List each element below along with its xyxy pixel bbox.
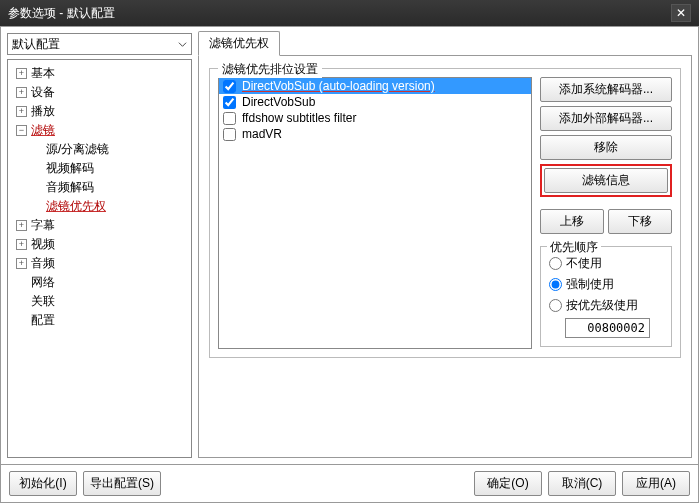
priority-groupbox: 优先顺序 不使用 强制使用: [540, 246, 672, 347]
expand-icon[interactable]: +: [16, 220, 27, 231]
filter-row[interactable]: ffdshow subtitles filter: [219, 110, 531, 126]
filter-label: ffdshow subtitles filter: [242, 111, 357, 125]
filter-label: madVR: [242, 127, 282, 141]
cancel-button[interactable]: 取消(C): [548, 471, 616, 496]
filter-list[interactable]: DirectVobSub (auto-loading version)Direc…: [218, 77, 532, 349]
tree-item-label: 配置: [31, 312, 55, 329]
tree-item[interactable]: 配置: [10, 311, 189, 330]
ok-button[interactable]: 确定(O): [474, 471, 542, 496]
tree-item-label: 音频: [31, 255, 55, 272]
tree-item-label: 源/分离滤镜: [46, 141, 109, 158]
filter-checkbox[interactable]: [223, 96, 236, 109]
filter-info-button[interactable]: 滤镜信息: [544, 168, 668, 193]
right-panel: 滤镜优先权 滤镜优先排位设置 DirectVobSub (auto-loadin…: [198, 33, 692, 458]
tree-item[interactable]: 音频解码: [10, 178, 189, 197]
move-up-button[interactable]: 上移: [540, 209, 604, 234]
tree-item-label: 字幕: [31, 217, 55, 234]
tabbar: 滤镜优先权: [198, 34, 692, 56]
radio-input[interactable]: [549, 257, 562, 270]
tree-item[interactable]: +基本: [10, 64, 189, 83]
close-icon[interactable]: ✕: [671, 4, 691, 22]
chevron-down-icon: [178, 40, 187, 49]
side-buttons: 添加系统解码器... 添加外部解码器... 移除 滤镜信息 上移 下移: [540, 77, 672, 349]
tab-filter-priority[interactable]: 滤镜优先权: [198, 31, 280, 56]
titlebar: 参数选项 - 默认配置 ✕: [0, 0, 699, 26]
tree-item-label: 视频解码: [46, 160, 94, 177]
tree-item[interactable]: +字幕: [10, 216, 189, 235]
tree-item-label: 音频解码: [46, 179, 94, 196]
tree-item[interactable]: +播放: [10, 102, 189, 121]
filter-checkbox[interactable]: [223, 80, 236, 93]
tree-item-label: 视频: [31, 236, 55, 253]
tree-item[interactable]: 视频解码: [10, 159, 189, 178]
move-down-button[interactable]: 下移: [608, 209, 672, 234]
add-system-decoder-button[interactable]: 添加系统解码器...: [540, 77, 672, 102]
expand-icon[interactable]: +: [16, 106, 27, 117]
filter-row[interactable]: DirectVobSub (auto-loading version): [219, 78, 531, 94]
tree-item[interactable]: −滤镜: [10, 121, 189, 140]
priority-level-radio[interactable]: 按优先级使用: [549, 295, 663, 316]
radio-input[interactable]: [549, 299, 562, 312]
priority-force-radio[interactable]: 强制使用: [549, 274, 663, 295]
filter-row[interactable]: DirectVobSub: [219, 94, 531, 110]
tree-item-label: 设备: [31, 84, 55, 101]
priority-value-input[interactable]: [565, 318, 650, 338]
tree-item[interactable]: +设备: [10, 83, 189, 102]
remove-button[interactable]: 移除: [540, 135, 672, 160]
filter-label: DirectVobSub (auto-loading version): [242, 79, 435, 93]
tree-item-label: 滤镜: [31, 122, 55, 139]
add-external-decoder-button[interactable]: 添加外部解码器...: [540, 106, 672, 131]
radio-input[interactable]: [549, 278, 562, 291]
tree-item-label: 网络: [31, 274, 55, 291]
highlight-box: 滤镜信息: [540, 164, 672, 197]
dialog-body: 默认配置 +基本+设备+播放−滤镜源/分离滤镜视频解码音频解码滤镜优先权+字幕+…: [0, 26, 699, 503]
tree-item[interactable]: +音频: [10, 254, 189, 273]
groupbox-title: 滤镜优先排位设置: [218, 61, 322, 78]
tree-item-label: 基本: [31, 65, 55, 82]
collapse-icon[interactable]: −: [16, 125, 27, 136]
expand-icon[interactable]: +: [16, 258, 27, 269]
apply-button[interactable]: 应用(A): [622, 471, 690, 496]
filter-label: DirectVobSub: [242, 95, 315, 109]
window-title: 参数选项 - 默认配置: [8, 5, 115, 22]
tree-item[interactable]: 源/分离滤镜: [10, 140, 189, 159]
tree-item-label: 关联: [31, 293, 55, 310]
tree-item[interactable]: 网络: [10, 273, 189, 292]
tree-item[interactable]: 关联: [10, 292, 189, 311]
tree-item[interactable]: +视频: [10, 235, 189, 254]
priority-disable-radio[interactable]: 不使用: [549, 253, 663, 274]
tree-item-label: 滤镜优先权: [46, 198, 106, 215]
init-button[interactable]: 初始化(I): [9, 471, 77, 496]
tree-item-label: 播放: [31, 103, 55, 120]
expand-icon[interactable]: +: [16, 239, 27, 250]
profile-select[interactable]: 默认配置: [7, 33, 192, 55]
filter-checkbox[interactable]: [223, 112, 236, 125]
expand-icon[interactable]: +: [16, 87, 27, 98]
filter-checkbox[interactable]: [223, 128, 236, 141]
left-panel: 默认配置 +基本+设备+播放−滤镜源/分离滤镜视频解码音频解码滤镜优先权+字幕+…: [7, 33, 192, 458]
filter-groupbox: 滤镜优先排位设置 DirectVobSub (auto-loading vers…: [209, 68, 681, 358]
expand-icon[interactable]: +: [16, 68, 27, 79]
nav-tree[interactable]: +基本+设备+播放−滤镜源/分离滤镜视频解码音频解码滤镜优先权+字幕+视频+音频…: [7, 59, 192, 458]
priority-title: 优先顺序: [547, 239, 601, 256]
footer: 初始化(I) 导出配置(S) 确定(O) 取消(C) 应用(A): [1, 464, 698, 502]
filter-row[interactable]: madVR: [219, 126, 531, 142]
profile-selected: 默认配置: [12, 36, 60, 53]
tab-content: 滤镜优先排位设置 DirectVobSub (auto-loading vers…: [198, 55, 692, 458]
tree-item[interactable]: 滤镜优先权: [10, 197, 189, 216]
export-button[interactable]: 导出配置(S): [83, 471, 161, 496]
